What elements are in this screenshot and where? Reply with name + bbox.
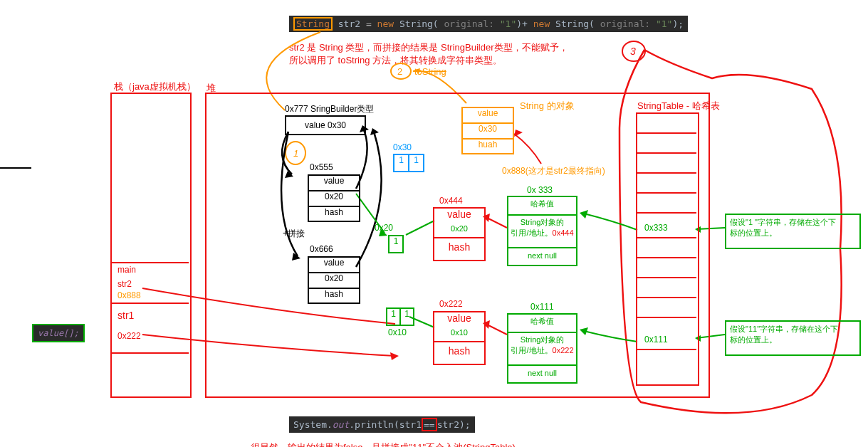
addr222: 0x222 [439, 299, 463, 309]
plus: )+ [516, 19, 533, 29]
g333-hash: 哈希值 [508, 197, 576, 216]
code-id: str2 [338, 19, 360, 29]
string-obj-lbl: String 的对象 [520, 100, 575, 112]
g111-ref1: String对象的 [521, 335, 565, 344]
cb-eq: == [422, 418, 437, 431]
g010-2: 1 [401, 309, 413, 325]
cb-out: out [333, 419, 349, 430]
stack-main: main [117, 265, 136, 275]
g111-ref2: 引用/地址。 [511, 346, 552, 354]
box444-hash: hash [434, 238, 484, 260]
addr666: 0x666 [310, 244, 333, 254]
stack-div3 [110, 352, 189, 354]
st-r5 [636, 212, 696, 214]
so-addr: 0x30 [463, 124, 513, 140]
g010-1: 1 [387, 309, 401, 325]
cb-pre: System. [293, 419, 333, 430]
code-top: String str2 = new String( original: "1")… [289, 16, 688, 32]
g111-hash: 哈希值 [508, 315, 576, 333]
g333-next: next null [508, 248, 576, 267]
stack-div2 [110, 303, 189, 304]
stack-str1: str1 [117, 310, 134, 321]
concat: +拼接 [283, 228, 305, 240]
g111-ref: String对象的 引用/地址。0x222 [508, 333, 576, 366]
kw3: new [533, 19, 550, 29]
box666-addr: 0x20 [309, 273, 359, 289]
call: String( [394, 19, 439, 29]
num3: 3 [630, 46, 636, 57]
box444-addr: 0x20 [434, 224, 484, 238]
g010: 1 1 [386, 307, 414, 326]
code-bot: System.out.println(str1==str2); [289, 416, 475, 433]
g333-ref2: 引用/地址。 [511, 228, 552, 237]
stack-title: 栈（java虚拟机栈） [114, 80, 196, 93]
tip1: 假设"1 "字符串，存储在这个下 标的位置上。 [725, 214, 861, 249]
st-r1 [636, 132, 696, 134]
cb-call: .println(str1 [349, 419, 422, 430]
g111-next: next null [508, 366, 576, 384]
b030-2: 1 [409, 155, 423, 171]
g333-ref1: String对象的 [521, 218, 565, 226]
box666: value 0x20 hash [308, 256, 360, 304]
g333-ref: String对象的 引用/地址。0x444 [508, 216, 576, 248]
stack-str1addr: 0x222 [117, 331, 141, 341]
g020: 1 [388, 235, 404, 253]
box666-val: value [309, 258, 359, 273]
g333-refaddr: 0x444 [553, 228, 574, 237]
so-hash: huah [463, 140, 513, 154]
comment-1: str2 是 String 类型，而拼接的结果是 StringBuilder类型… [289, 41, 568, 54]
box555-hash: hash [309, 207, 359, 221]
eq: = [360, 19, 377, 29]
tbl111: 0x111 [644, 335, 668, 345]
sb-box: value 0x30 [285, 115, 366, 135]
value-snippet: value[]; [32, 324, 85, 342]
cb-end: str2); [437, 419, 471, 430]
addr010: 0x10 [388, 327, 407, 337]
st-r9 [636, 297, 696, 298]
st-r7 [636, 257, 696, 258]
kw2: new [377, 19, 394, 29]
toString-lbl: toString [414, 66, 446, 77]
addr555: 0x555 [310, 162, 333, 172]
box555-val: value [309, 176, 359, 191]
stack-str2: str2 [117, 279, 132, 289]
addr444: 0x444 [439, 196, 463, 206]
box555: value 0x20 hash [308, 174, 360, 222]
value-snip-txt: value[]; [38, 328, 79, 338]
box444: value 0x20 hash [433, 207, 486, 261]
g333: 哈希值 String对象的 引用/地址。0x444 next null [507, 196, 577, 266]
orig: original: [439, 19, 500, 29]
box222-val: value [434, 312, 484, 328]
box555-addr: 0x20 [309, 191, 359, 207]
st-r4 [636, 192, 696, 194]
sb-val: value 0x30 [305, 120, 346, 130]
box222-hash: hash [434, 342, 484, 364]
g111-refaddr: 0x222 [553, 346, 574, 354]
bottom-note-txt: 很显然，输出的结果为false，且拼接成"11"不会入池(StringTable… [251, 442, 516, 447]
tip1a: 假设"1 "字符串，存储在这个下 [730, 217, 856, 228]
box444-val: value [434, 209, 484, 224]
num2: 2 [397, 66, 402, 77]
bottom-note: 很显然，输出的结果为false，且拼接成"11"不会入池(StringTable… [251, 441, 516, 447]
b030-1: 1 [394, 155, 409, 171]
comment-2: 所以调用了 toString 方法，将其转换成字符串类型。 [289, 54, 502, 67]
addr020: 0x20 [375, 223, 393, 233]
st-r6 [636, 237, 696, 238]
box666-hash: hash [309, 289, 359, 303]
tbl333: 0x333 [644, 223, 668, 233]
s1: "1" [500, 19, 516, 29]
addr333: 0x 333 [527, 185, 553, 195]
stack-str2addr: 0x888 [117, 290, 141, 300]
addr030: 0x30 [393, 142, 412, 152]
s2: "1" [656, 19, 672, 29]
call2: String( [550, 19, 595, 29]
stringtable-title: StringTable - 哈希表 [637, 100, 720, 112]
tip2a: 假设"11"字符串，存储在这个下 [730, 324, 856, 335]
sb-label: 0x777 SringBuilder类型 [285, 103, 374, 115]
box222-addr: 0x10 [434, 328, 484, 342]
box222: value 0x10 hash [433, 311, 486, 365]
st-r10 [636, 317, 696, 318]
orig2: original: [595, 19, 656, 29]
tip2b: 标的位置上。 [730, 335, 856, 345]
addr111: 0x111 [530, 302, 554, 312]
